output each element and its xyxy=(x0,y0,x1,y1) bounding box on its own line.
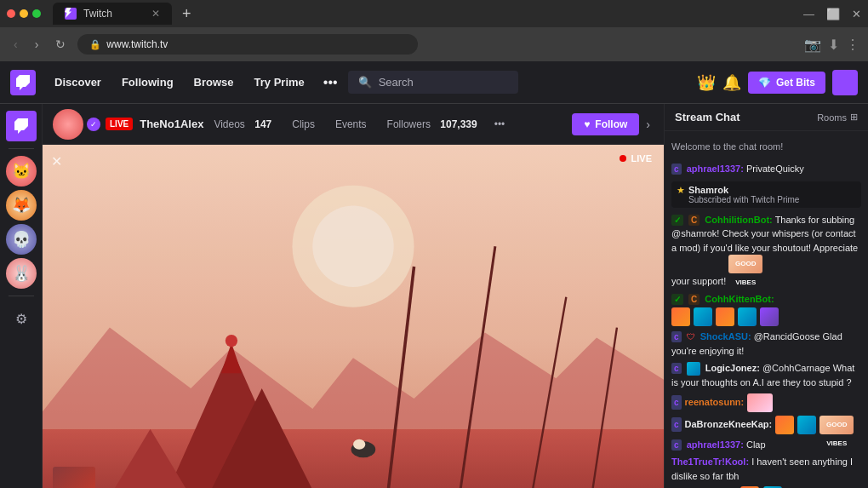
username-9: aphrael1337: xyxy=(687,439,744,450)
badge-c-7: c xyxy=(671,395,682,410)
sidebar-settings-icon[interactable]: ⚙ xyxy=(6,303,37,334)
chat-message-4: ✓ C CohhKittenBot: xyxy=(671,292,861,327)
download-icon[interactable]: ⬇ xyxy=(828,37,839,53)
browser-tab[interactable]: Twitch ✕ xyxy=(53,3,172,25)
tab-close-btn[interactable]: ✕ xyxy=(151,8,160,20)
nav-more-dots[interactable]: ••• xyxy=(317,72,345,94)
mod-badge-5: 🛡 xyxy=(687,332,695,342)
star-icon: ★ xyxy=(677,185,685,196)
channel-subnav: ✓ LIVE TheNo1Alex Videos 147 Clips Event… xyxy=(43,104,664,145)
username-6: LogicJonez: xyxy=(705,363,760,373)
chat-message-9: c aphrael1337: Clap xyxy=(671,438,861,452)
lock-icon: 🔒 xyxy=(89,39,101,50)
subnav-videos[interactable]: Videos 147 xyxy=(203,113,282,135)
username-8: DaBronzeKneeKap: xyxy=(685,417,773,432)
sidebar-channel-3[interactable]: 💀 xyxy=(6,224,37,255)
subnav-clips[interactable]: Clips xyxy=(282,113,325,135)
username-5: ShockASU: xyxy=(700,331,751,342)
sidebar-channel-1[interactable]: 🐱 xyxy=(6,156,37,187)
badge-img-6 xyxy=(687,362,700,376)
username-10: The1TrueTr!Kool: xyxy=(671,456,749,467)
camera-icon[interactable]: 📷 xyxy=(804,37,821,53)
crown-icon[interactable]: 👑 xyxy=(697,73,716,92)
video-thumbnail[interactable] xyxy=(53,467,95,488)
search-bar[interactable]: 🔍 Search xyxy=(348,71,518,94)
twitch-logo[interactable] xyxy=(10,70,36,95)
subnav-events[interactable]: Events xyxy=(325,113,377,135)
badge-c-8: c xyxy=(671,417,682,432)
sidebar-home-icon[interactable] xyxy=(6,111,37,141)
sidebar-divider-2 xyxy=(9,296,34,296)
window-minimize-icon[interactable]: — xyxy=(803,8,814,20)
rooms-icon: ⊞ xyxy=(850,112,858,123)
nav-right: 👑 🔔 💎 Get Bits xyxy=(697,70,858,95)
tab-favicon xyxy=(65,8,77,20)
nav-following[interactable]: Following xyxy=(113,71,182,94)
chat-panel: Stream Chat Rooms ⊞ Welcome to the chat … xyxy=(664,104,868,488)
refresh-button[interactable]: ↻ xyxy=(50,34,71,55)
rooms-button[interactable]: Rooms ⊞ xyxy=(817,112,858,123)
get-bits-button[interactable]: 💎 Get Bits xyxy=(748,72,825,94)
user-avatar-button[interactable] xyxy=(832,70,858,95)
minimize-window-btn[interactable] xyxy=(20,9,28,18)
channel-name[interactable]: TheNo1Alex xyxy=(140,118,203,130)
nav-browse[interactable]: Browse xyxy=(186,71,243,94)
url-bar[interactable]: 🔒 www.twitch.tv xyxy=(77,34,418,55)
video-player[interactable]: ✕ LIVE ⏸ 🔊 ⚙ ▭ ⛶ xyxy=(43,145,664,488)
emote-welcome-2 xyxy=(694,307,712,326)
nav-try-prime[interactable]: Try Prime xyxy=(246,71,313,94)
chat-header: Stream Chat Rooms ⊞ xyxy=(665,104,868,131)
chat-message-7: c reenatosunn: xyxy=(671,393,861,412)
follow-button[interactable]: ♥ Follow xyxy=(572,113,639,135)
username-3: CohhilitionBot: xyxy=(705,215,772,225)
nav-discover[interactable]: Discover xyxy=(46,71,110,94)
chat-welcome-message: Welcome to the chat room! xyxy=(671,138,861,158)
username-1: aphrael1337: xyxy=(687,164,744,174)
chat-message-1: c aphrael1337: PrivateQuicky xyxy=(671,162,861,176)
chat-title: Stream Chat xyxy=(675,111,740,123)
video-close-button[interactable]: ✕ xyxy=(51,153,62,169)
vibes-emote-8: GOOD VIBES xyxy=(819,416,854,434)
subnav-followers[interactable]: Followers 107,339 xyxy=(377,113,488,135)
sidebar-channel-4[interactable]: 🐰 xyxy=(6,258,37,289)
badge-c2-4: C xyxy=(688,294,700,305)
subnav-more-dots[interactable]: ••• xyxy=(488,115,512,134)
forward-button[interactable]: › xyxy=(30,34,44,55)
badge-g-4: ✓ xyxy=(671,294,683,305)
emote-2-8 xyxy=(797,416,816,434)
window-resize-icon[interactable]: ⬜ xyxy=(826,8,840,20)
chat-message-6: c LogicJonez: @CohhCarnage What is your … xyxy=(671,361,861,390)
badge-c-5: c xyxy=(671,331,682,342)
sidebar-divider-1 xyxy=(9,148,34,149)
msg-text-9: Clap xyxy=(746,439,766,450)
badge-c-1: c xyxy=(671,164,682,175)
notification-bell-icon[interactable]: 🔔 xyxy=(722,73,741,92)
window-close-icon[interactable]: ✕ xyxy=(852,8,861,20)
twitch-nav: Discover Following Browse Try Prime ••• … xyxy=(0,61,868,104)
close-window-btn[interactable] xyxy=(7,9,15,18)
sub-text: Subscribed with Twitch Prime xyxy=(688,195,799,204)
sidebar-channel-2[interactable]: 🦊 xyxy=(6,190,37,221)
url-text: www.twitch.tv xyxy=(106,38,168,50)
username-7: reenatosunn: xyxy=(685,395,745,410)
follow-label: Follow xyxy=(595,118,627,130)
heart-icon: ♥ xyxy=(584,118,590,130)
get-bits-label: Get Bits xyxy=(776,77,815,89)
search-icon: 🔍 xyxy=(358,76,372,89)
browser-actions: 📷 ⬇ ⋮ xyxy=(804,37,859,53)
channel-avatar xyxy=(53,109,83,140)
badge-g-3: ✓ xyxy=(671,215,683,226)
channel-area: ✓ LIVE TheNo1Alex Videos 147 Clips Event… xyxy=(43,104,664,488)
chevron-right-icon[interactable]: › xyxy=(642,114,654,135)
maximize-window-btn[interactable] xyxy=(32,9,41,18)
username-4: CohhKittenBot: xyxy=(705,294,774,304)
emote-img-7 xyxy=(747,393,773,412)
badge-c2-3: C xyxy=(688,215,700,226)
msg-text-1: PrivateQuicky xyxy=(746,164,804,174)
emotes-row-4 xyxy=(671,307,861,326)
back-button[interactable]: ‹ xyxy=(9,34,23,55)
window-controls: — ⬜ ✕ xyxy=(803,8,861,20)
new-tab-button[interactable]: + xyxy=(177,3,197,25)
browser-menu-icon[interactable]: ⋮ xyxy=(846,37,859,53)
emote-welcome-1 xyxy=(671,307,690,326)
